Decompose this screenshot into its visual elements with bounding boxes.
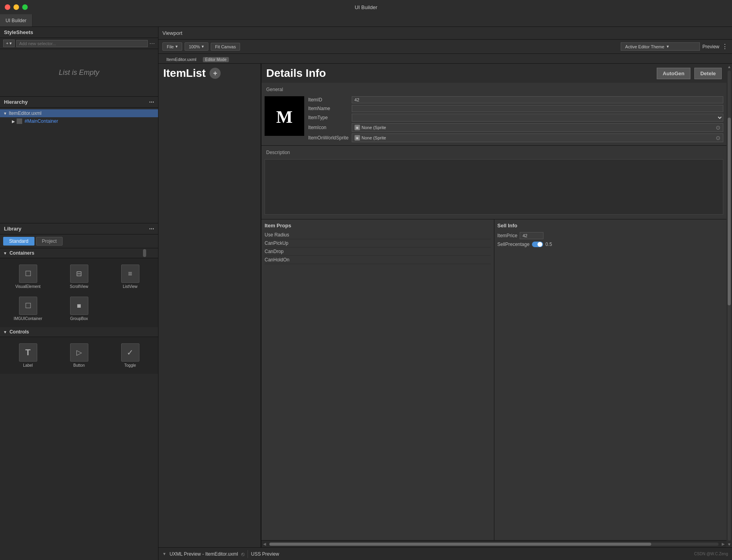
zoom-btn[interactable]: 100% ▾: [185, 42, 208, 51]
preview-label: Preview: [702, 44, 719, 50]
library-header: Library ⋯: [0, 223, 158, 234]
details-panel: Details Info AutoGen Detele General M: [261, 64, 726, 547]
button-icon: ▷: [70, 343, 88, 362]
zoom-label: 100%: [189, 44, 200, 49]
toggle-icon: ✓: [121, 343, 139, 362]
close-button[interactable]: [5, 4, 10, 10]
uss-preview-btn[interactable]: USS Preview: [251, 551, 279, 557]
controls-header[interactable]: ▼ Controls: [0, 327, 158, 337]
scroll-indicator: [143, 249, 146, 257]
right-scrollbar: ▲ ▼: [726, 64, 732, 547]
field-sprite-itemicon[interactable]: ▣ None (Sprite ⊙: [352, 123, 723, 132]
add-item-btn[interactable]: +: [210, 68, 221, 79]
item-price-input[interactable]: [520, 232, 543, 239]
containers-header[interactable]: ▼ Containers: [0, 248, 158, 258]
item-props-label: Item Props: [265, 223, 491, 229]
tab-project[interactable]: Project: [36, 237, 63, 246]
right-scroll-thumb[interactable]: [728, 118, 731, 306]
theme-selector[interactable]: Active Editor Theme ▾: [621, 42, 700, 51]
prop-row-can-pickup: CanPickUp: [265, 239, 491, 248]
imgui-container-label: IMGUIContainer: [13, 316, 42, 321]
window-title: UI Builder: [355, 4, 377, 10]
field-input-itemname[interactable]: [352, 105, 723, 112]
list-view-label: ListView: [123, 284, 137, 289]
bottom-sections: Item Props Use Radius CanPickUp CanDrop …: [261, 219, 726, 540]
h-scroll-track[interactable]: [269, 543, 719, 546]
sell-row-price: ItemPrice: [498, 231, 724, 240]
preview-btn[interactable]: Preview: [702, 44, 719, 50]
sprite-value-itemicon: None (Sprite: [362, 125, 386, 130]
details-header-row: Details Info AutoGen Detele: [261, 64, 726, 83]
file-arrow-icon: ▾: [175, 44, 178, 49]
sprite-circle-icon2[interactable]: ⊙: [716, 135, 721, 141]
more-options-btn[interactable]: ⋮: [722, 43, 728, 50]
field-sprite-worldsprite[interactable]: ▣ None (Sprite ⊙: [352, 133, 723, 142]
description-textarea[interactable]: [265, 159, 723, 215]
item-image: M: [265, 96, 304, 136]
file-btn[interactable]: File ▾: [162, 42, 182, 51]
sprite-circle-icon[interactable]: ⊙: [716, 124, 721, 131]
theme-label: Active Editor Theme: [625, 44, 664, 49]
field-select-itemtype[interactable]: [352, 114, 723, 122]
hierarchy-child-label: #MainContainer: [25, 118, 58, 124]
sprite-icon-worldsprite: ▣: [355, 135, 360, 141]
lib-item-toggle[interactable]: ✓ Toggle: [105, 340, 155, 371]
sell-percentage-toggle[interactable]: [532, 242, 543, 247]
hierarchy-root-item[interactable]: ▼ ItemEditor.uxml: [0, 109, 158, 117]
imgui-container-icon: ☐: [19, 297, 37, 315]
field-input-itemid[interactable]: [352, 96, 723, 103]
autogen-btn[interactable]: AutoGen: [657, 68, 690, 79]
lib-item-list-view[interactable]: ≡ ListView: [105, 261, 155, 292]
library-label: Library: [4, 226, 21, 232]
bottom-bar: ▼ UXML Preview - ItemEditor.uxml ⎋ USS P…: [158, 547, 732, 560]
group-box-label: GroupBox: [70, 316, 88, 321]
h-scroll-right-arrow[interactable]: ▶: [720, 542, 726, 546]
maximize-button[interactable]: [22, 4, 28, 10]
minimize-button[interactable]: [13, 4, 19, 10]
field-label-itemname: ItemName: [308, 106, 349, 111]
svg-text:M: M: [276, 107, 293, 127]
right-scroll-down-arrow[interactable]: ▼: [727, 541, 731, 547]
fit-canvas-btn[interactable]: Fit Canvas: [211, 43, 240, 51]
lib-item-group-box[interactable]: ■ GroupBox: [54, 293, 104, 324]
lib-item-button[interactable]: ▷ Button: [54, 340, 104, 371]
scroll-view-label: ScrollView: [70, 284, 88, 289]
containers-arrow: ▼: [3, 251, 7, 255]
tab-standard[interactable]: Standard: [3, 237, 34, 246]
fit-canvas-label: Fit Canvas: [215, 44, 236, 49]
toggle-knob[interactable]: [532, 242, 543, 247]
right-scroll-up-arrow[interactable]: ▲: [727, 64, 731, 70]
uxml-preview-btn[interactable]: UXML Preview - ItemEditor.uxml: [170, 551, 238, 557]
lib-item-visual-element[interactable]: ☐ VisualElement: [3, 261, 53, 292]
field-label-itemicon: ItemIcon: [308, 125, 349, 130]
right-scroll-track[interactable]: [728, 70, 731, 541]
selector-menu-icon[interactable]: ⋯: [149, 40, 155, 47]
item-list-header-row: ItemList +: [158, 64, 261, 83]
lib-item-imgui-container[interactable]: ☐ IMGUIContainer: [3, 293, 53, 324]
export-icon[interactable]: ⎋: [241, 551, 244, 557]
sell-percentage-value: 0.5: [545, 242, 552, 247]
viewport-label: Viewport: [162, 30, 182, 36]
hierarchy-child-arrow: ▶: [12, 119, 15, 124]
library-menu-icon[interactable]: ⋯: [149, 226, 154, 232]
ui-builder-tab[interactable]: UI Builder: [0, 14, 32, 27]
main-layout: StyleSheets + ▾ ⋯ List is Empty Hierarch…: [0, 27, 732, 560]
list-empty-label: List is Empty: [59, 69, 99, 77]
lib-item-scroll-view[interactable]: ⊟ ScrollView: [54, 261, 104, 292]
file-label: File: [167, 44, 174, 49]
selector-input[interactable]: [16, 40, 148, 47]
stylesheets-toolbar: + ▾ ⋯: [0, 38, 158, 49]
delete-btn[interactable]: Detele: [694, 68, 722, 79]
h-scrollbar: ◀ ▶: [261, 540, 726, 547]
hierarchy-menu-icon[interactable]: ⋯: [149, 99, 154, 105]
h-scroll-thumb[interactable]: [269, 543, 651, 546]
list-empty-area: List is Empty: [0, 49, 158, 97]
hierarchy-child-item[interactable]: ▶ #MainContainer: [0, 117, 158, 125]
viewport-toolbar: File ▾ 100% ▾ Fit Canvas Active Editor T…: [158, 40, 732, 54]
add-selector-btn[interactable]: + ▾: [3, 40, 15, 47]
file-tab[interactable]: ItemEditor.uxml: [162, 55, 200, 63]
item-list-panel: ItemList +: [158, 64, 261, 547]
controls-arrow: ▼: [3, 330, 7, 334]
h-scroll-left-arrow[interactable]: ◀: [261, 542, 268, 546]
lib-item-label[interactable]: T Label: [3, 340, 53, 371]
